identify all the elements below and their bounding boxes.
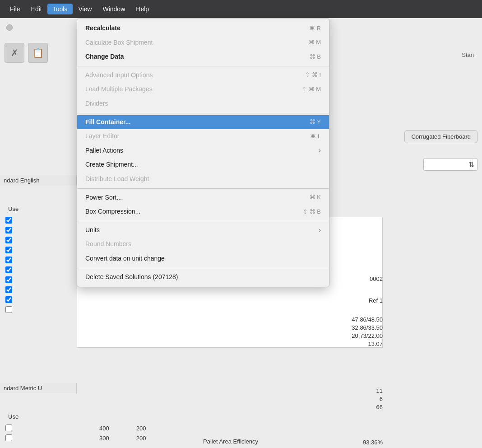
toolbar: ✗ 📋	[5, 43, 48, 63]
std-metric-label: ndard Metric U	[0, 383, 77, 393]
chevron-up-down-icon: ⇅	[468, 160, 474, 169]
menu-item-dividers: Dividers	[77, 97, 329, 111]
menu-item-load-multiple: Load Multiple Packages ⇧ ⌘ M	[77, 82, 329, 97]
menu-file[interactable]: File	[5, 4, 26, 14]
menu-tools[interactable]: Tools	[47, 4, 73, 14]
checkbox-item[interactable]	[5, 296, 12, 303]
bottom-cell-300: 300	[99, 435, 109, 442]
checkbox-item[interactable]	[5, 257, 12, 263]
toolbar-icon-copy[interactable]: 📋	[28, 43, 48, 63]
checkbox-list-1	[5, 217, 12, 313]
checkbox-m2[interactable]	[5, 434, 12, 441]
menu-item-round-numbers-label: Round Numbers	[85, 240, 131, 249]
menu-item-delete-saved[interactable]: Delete Saved Solutions (207128)	[77, 270, 329, 285]
bottom-row-1: 400 200	[99, 425, 146, 432]
checkbox-item[interactable]	[5, 237, 12, 243]
menu-item-fill-container-shortcut: ⌘ Y	[310, 118, 321, 126]
checkbox-10[interactable]	[5, 306, 12, 313]
dims3-value: 20.73/22.00	[352, 332, 383, 339]
checkbox-8[interactable]	[5, 286, 12, 293]
menu-item-delete-saved-label: Delete Saved Solutions (207128)	[85, 273, 178, 282]
eff1: 93.36%	[363, 439, 383, 446]
menu-item-create-shipment[interactable]: Create Shipment...	[77, 158, 329, 172]
checkbox-m1[interactable]	[5, 425, 12, 431]
menu-item-recalculate-label: Recalculate	[85, 24, 120, 33]
checkbox-item[interactable]	[5, 247, 12, 253]
checkbox-4[interactable]	[5, 247, 12, 253]
checkbox-9[interactable]	[5, 296, 12, 303]
val3: 66	[376, 404, 383, 411]
checkbox-1[interactable]	[5, 217, 12, 224]
menu-item-change-data[interactable]: Change Data ⌘ B	[77, 50, 329, 64]
menu-item-convert-data[interactable]: Convert data on unit change	[77, 252, 329, 266]
checkbox-item[interactable]	[5, 306, 12, 313]
checkbox-3[interactable]	[5, 237, 12, 243]
menu-item-convert-data-label: Convert data on unit change	[85, 254, 165, 263]
units-chevron-right-icon: ›	[319, 226, 321, 235]
menu-item-power-sort[interactable]: Power Sort... ⌘ K	[77, 191, 329, 205]
cf-button[interactable]: Corrugated Fiberboard	[404, 130, 477, 143]
checkbox-7[interactable]	[5, 276, 12, 283]
menu-edit[interactable]: Edit	[26, 4, 47, 14]
menu-item-units[interactable]: Units ›	[77, 223, 329, 238]
menu-window[interactable]: Window	[97, 4, 130, 14]
traffic-light-close[interactable]	[6, 24, 13, 31]
code-value: 0002	[370, 275, 383, 282]
toolbar-icon-delete[interactable]: ✗	[5, 43, 24, 63]
bottom-cell-200-2: 200	[136, 435, 146, 442]
checkbox-item[interactable]	[5, 266, 12, 273]
menu-item-power-sort-shortcut: ⌘ K	[310, 193, 321, 201]
checkbox-6[interactable]	[5, 266, 12, 273]
dims4-value: 13.07	[368, 341, 383, 347]
menubar: File Edit Tools View Window Help	[0, 0, 482, 18]
separator-3	[77, 188, 329, 189]
menu-help[interactable]: Help	[130, 4, 154, 14]
separator-1	[77, 66, 329, 66]
checkbox-2[interactable]	[5, 227, 12, 233]
menu-item-pallet-actions[interactable]: Pallet Actions ›	[77, 144, 329, 158]
val1: 11	[376, 387, 383, 394]
menu-item-box-compression[interactable]: Box Compression... ⇧ ⌘ B	[77, 205, 329, 219]
tools-dropdown-menu: Recalculate ⌘ R Calculate Box Shipment ⌘…	[77, 18, 329, 287]
checkbox-item-m2[interactable]	[5, 434, 12, 441]
menu-item-calc-box: Calculate Box Shipment ⌘ M	[77, 36, 329, 50]
separator-5	[77, 268, 329, 268]
dims1-value: 47.86/48.50	[352, 316, 383, 323]
menu-item-calc-box-label: Calculate Box Shipment	[85, 38, 153, 47]
separator-4	[77, 221, 329, 221]
menu-item-round-numbers: Round Numbers	[77, 237, 329, 252]
menu-item-dividers-label: Dividers	[85, 99, 108, 108]
menu-item-fill-container-label: Fill Container...	[85, 118, 130, 127]
use-label-2: Use	[8, 413, 19, 420]
stan-label: Stan	[462, 51, 474, 58]
menu-item-change-data-shortcut: ⌘ B	[310, 53, 321, 61]
menu-item-fill-container[interactable]: Fill Container... ⌘ Y	[77, 115, 329, 130]
checkbox-item-m1[interactable]	[5, 425, 12, 431]
chevron-right-icon: ›	[319, 146, 321, 155]
dims2-value: 32.86/33.50	[352, 324, 383, 331]
checkbox-5[interactable]	[5, 257, 12, 263]
checkbox-item[interactable]	[5, 217, 12, 224]
menu-item-distribute-load: Distribute Load Weight	[77, 172, 329, 187]
bottom-cell-200-1: 200	[136, 425, 146, 432]
menu-view[interactable]: View	[73, 4, 97, 14]
bottom-cell-400: 400	[99, 425, 109, 432]
checkbox-item[interactable]	[5, 227, 12, 233]
menu-item-power-sort-label: Power Sort...	[85, 193, 122, 202]
use-label-1: Use	[8, 205, 19, 212]
menu-item-layer-editor-label: Layer Editor	[85, 132, 119, 141]
menu-item-load-multiple-label: Load Multiple Packages	[85, 85, 153, 94]
checkbox-item[interactable]	[5, 286, 12, 293]
menu-item-calc-box-shortcut: ⌘ M	[309, 38, 321, 47]
menu-item-distribute-load-label: Distribute Load Weight	[85, 175, 149, 184]
menu-item-units-label: Units	[85, 226, 100, 235]
menu-item-advanced-input: Advanced Input Options ⇧ ⌘ I	[77, 68, 329, 83]
bottom-row-2: 300 200	[99, 435, 146, 442]
unit-dropdown[interactable]: ⇅	[423, 158, 477, 171]
menu-item-recalculate[interactable]: Recalculate ⌘ R	[77, 21, 329, 36]
checkbox-item[interactable]	[5, 276, 12, 283]
menu-item-advanced-input-label: Advanced Input Options	[85, 71, 153, 80]
menu-item-create-shipment-label: Create Shipment...	[85, 160, 138, 169]
menu-item-box-compression-label: Box Compression...	[85, 207, 140, 216]
ref-value: Ref 1	[369, 297, 383, 304]
